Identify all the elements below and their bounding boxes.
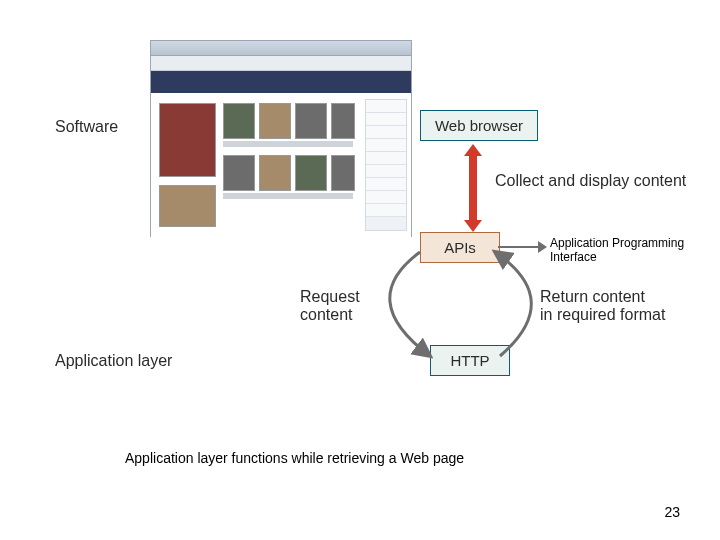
label-api-expansion-l1: Application Programming [550, 236, 684, 250]
label-application-layer: Application layer [55, 352, 172, 370]
thumb [295, 103, 327, 139]
arrow-bidirectional [469, 155, 477, 221]
figure-caption: Application layer functions while retrie… [125, 450, 464, 466]
label-collect-display: Collect and display content [495, 172, 686, 190]
thumb [159, 103, 216, 177]
thumb [159, 185, 216, 227]
label-request-content-l2: content [300, 306, 352, 324]
diagram-stage: Software Application layer Web b [0, 0, 720, 540]
connector-line [498, 246, 540, 248]
arrow-down-icon [464, 220, 482, 232]
label-api-expansion-l2: Interface [550, 250, 597, 264]
page-number: 23 [664, 504, 680, 520]
thumb-caption [223, 193, 353, 199]
label-software: Software [55, 118, 118, 136]
label-return-content-l2: in required format [540, 306, 665, 324]
label-return-content-l1: Return content [540, 288, 645, 306]
thumb [259, 155, 291, 191]
node-http: HTTP [430, 345, 510, 376]
site-header [151, 71, 411, 93]
thumb [223, 155, 255, 191]
thumb [331, 155, 355, 191]
thumb [223, 103, 255, 139]
thumb [331, 103, 355, 139]
thumb [295, 155, 327, 191]
browser-screenshot [150, 40, 412, 237]
window-titlebar [151, 41, 411, 56]
site-body [151, 93, 411, 238]
label-request-content-l1: Request [300, 288, 360, 306]
thumb [259, 103, 291, 139]
sidebar-mock [365, 99, 407, 231]
node-web-browser: Web browser [420, 110, 538, 141]
thumb-caption [223, 141, 353, 147]
arrow-right-icon [538, 241, 547, 253]
node-apis: APIs [420, 232, 500, 263]
window-toolbar [151, 56, 411, 71]
